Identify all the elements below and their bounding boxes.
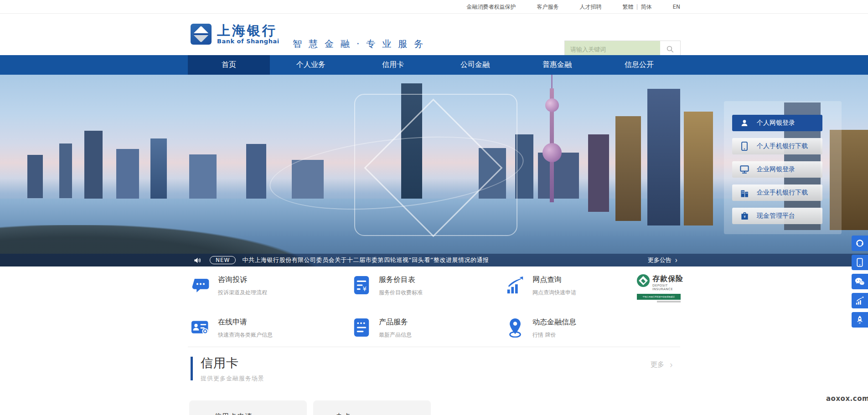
back-to-top-button[interactable]	[852, 312, 868, 328]
bank-name-en: Bank of Shanghai	[217, 38, 279, 45]
corporate-ebank-login-button[interactable]: 企业网银登录	[732, 161, 822, 178]
quicklink-branch-search[interactable]: 网点查询 网点查询快速申请	[505, 275, 576, 297]
main-navigation: 首页 个人业务 信用卡 公司金融 普惠金融 信息公开	[0, 55, 868, 75]
id-card-search-icon	[191, 318, 211, 338]
credit-card-item-1[interactable]: 信用卡申请	[189, 400, 307, 415]
credit-card-section-subtitle: 提供更多金融服务场景	[201, 374, 264, 383]
oriental-pearl-tower	[545, 98, 559, 112]
section-accent-bar	[191, 357, 193, 380]
nav-tab-personal-banking[interactable]: 个人业务	[270, 55, 352, 75]
chart-up-icon	[505, 275, 525, 295]
quicklink-dynamic-financial-info[interactable]: 动态金融信息 行情 牌价	[505, 318, 576, 339]
buildings-icon	[732, 189, 757, 197]
desktop-icon	[732, 165, 757, 174]
document-list-icon	[351, 318, 372, 338]
deposit-insurance-logo-icon	[637, 274, 650, 287]
deposit-insurance-sign[interactable]: 存款保险 DEPOSIT INSURANCE 中国人民银行授权使用存款保险标识	[637, 274, 681, 302]
svg-text:¥: ¥	[744, 215, 746, 219]
watermark: aoxox.com	[826, 395, 868, 403]
bank-name-cn: 上海银行	[217, 23, 279, 38]
deposit-insurance-subtitle: DEPOSIT INSURANCE	[652, 284, 683, 291]
user-icon	[732, 119, 757, 127]
section-divider	[188, 347, 680, 347]
mobile-icon	[732, 142, 757, 151]
chat-bubble-icon	[191, 275, 211, 295]
bank-logo[interactable]: 上海银行 Bank of Shanghai	[191, 23, 279, 45]
lang-english[interactable]: EN	[672, 4, 680, 10]
map-pin-icon	[505, 318, 525, 338]
brand-slogan: 智慧金融·专业服务	[293, 38, 430, 50]
nav-tab-information-disclosure[interactable]: 信息公开	[598, 55, 680, 75]
rocket-icon	[856, 315, 864, 324]
mobile-icon	[857, 258, 863, 267]
lang-divider: |	[636, 4, 638, 10]
personal-mobile-bank-download-button[interactable]: 个人手机银行下载	[732, 138, 822, 154]
deposit-insurance-auth-note	[657, 301, 681, 302]
nav-tab-home[interactable]: 首页	[188, 55, 270, 75]
top-utility-bar: 金融消费者权益保护 客户服务 人才招聘 繁體 | 简体 EN	[0, 0, 868, 14]
language-switcher: 繁體 | 简体	[622, 3, 651, 11]
nav-tab-inclusive-finance[interactable]: 普惠金融	[516, 55, 598, 75]
floating-toolbar	[852, 236, 868, 328]
search-icon	[666, 45, 674, 53]
quicklink-service-price-list[interactable]: ¥ 服务价目表 服务价目收费标准	[351, 275, 423, 297]
market-quotes-button[interactable]	[852, 293, 868, 308]
deposit-insurance-title: 存款保险	[652, 274, 683, 284]
topbar-link-recruitment[interactable]: 人才招聘	[579, 3, 601, 11]
price-list-icon: ¥	[351, 275, 372, 295]
svg-text:¥: ¥	[362, 286, 367, 292]
bank-logo-icon	[191, 24, 212, 45]
topbar-link-customer-service[interactable]: 客户服务	[537, 3, 558, 11]
chart-up-icon	[855, 296, 864, 305]
hero-banner: 个人网银登录 个人手机银行下载 企业网银登录 企业手机银行下载 ¥ 现金管理平台	[0, 75, 868, 266]
wechat-icon	[855, 277, 865, 286]
quicklink-products-services[interactable]: 产品服务 最新产品信息	[351, 318, 412, 339]
quicklink-consult-complaint[interactable]: 咨询投诉 投诉渠道及处理流程	[191, 275, 267, 297]
customer-service-button[interactable]	[852, 236, 868, 251]
credit-card-more-link[interactable]: 更多 ›	[651, 360, 673, 369]
cash-management-platform-button[interactable]: ¥ 现金管理平台	[732, 208, 822, 224]
credit-card-section-title: 信用卡	[201, 355, 239, 371]
credit-card-item-2[interactable]: 办卡	[313, 400, 431, 415]
deposit-insurance-bar: 中国人民银行授权使用存款保险标识	[637, 294, 681, 300]
nav-tab-corporate-finance[interactable]: 公司金融	[434, 55, 516, 75]
lang-traditional[interactable]: 繁體	[622, 3, 633, 11]
bank-of-shanghai-homepage: 金融消费者权益保护 客户服务 人才招聘 繁體 | 简体 EN 上海银行 Bank…	[0, 0, 868, 415]
corporate-mobile-bank-download-button[interactable]: 企业手机银行下载	[732, 184, 822, 201]
customer-service-icon	[855, 239, 864, 248]
mobile-bank-button[interactable]	[852, 255, 868, 270]
speaker-icon	[194, 257, 202, 264]
site-header: 上海银行 Bank of Shanghai 智慧金融·专业服务	[0, 14, 868, 55]
announcement-link[interactable]: 中共上海银行股份有限公司委员会关于十二届市委第四轮巡视“回头看”整改进展情况的通…	[242, 256, 489, 264]
lang-simplified[interactable]: 简体	[641, 3, 651, 11]
topbar-link-consumer-protection[interactable]: 金融消费者权益保护	[466, 3, 516, 11]
wechat-button[interactable]	[852, 274, 868, 289]
personal-ebank-login-button[interactable]: 个人网银登录	[732, 115, 822, 131]
announcement-ticker: NEW 中共上海银行股份有限公司委员会关于十二届市委第四轮巡视“回头看”整改进展…	[0, 254, 868, 266]
chevron-right-icon: ›	[675, 256, 677, 265]
briefcase-yuan-icon: ¥	[732, 212, 757, 220]
new-badge: NEW	[210, 256, 236, 264]
quicklink-online-application[interactable]: 在线申请 快速查询各类账户信息	[191, 318, 273, 339]
more-announcements-link[interactable]: 更多公告 ›	[648, 256, 677, 264]
chevron-right-icon: ›	[670, 359, 673, 370]
nav-tab-credit-card[interactable]: 信用卡	[352, 55, 434, 75]
